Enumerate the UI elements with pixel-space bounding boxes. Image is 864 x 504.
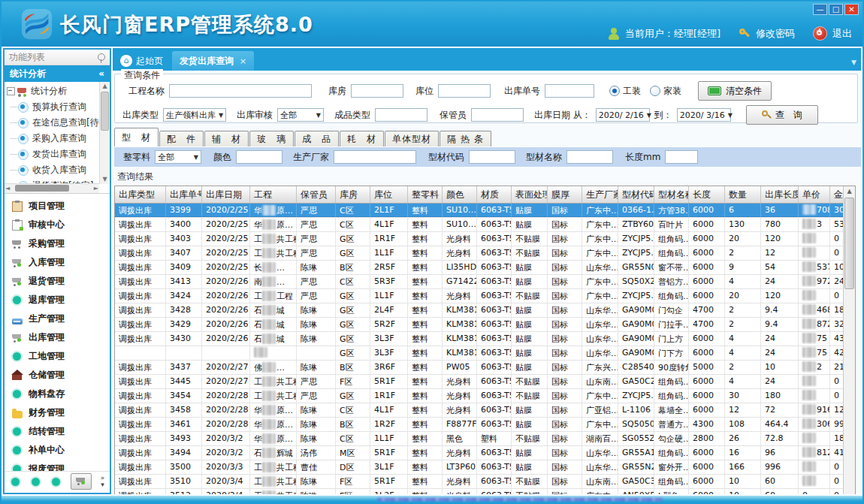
pin-icon[interactable] bbox=[98, 53, 105, 61]
menu-item-chart[interactable]: 生产管理 bbox=[5, 309, 110, 328]
grid-header-cell[interactable]: 型材名称 bbox=[654, 186, 689, 203]
material-tab[interactable]: 隔 热 条 bbox=[440, 131, 491, 146]
tab-overflow-icon[interactable]: ▼ bbox=[851, 59, 856, 66]
material-tab[interactable]: 单体型材 bbox=[385, 131, 439, 146]
table-row[interactable]: 调拨出库34942020/3/2石辉城汤伟M区5R1F整料光身料6063-T5贴… bbox=[115, 446, 855, 460]
grid-header-cell[interactable]: 材质 bbox=[477, 186, 512, 203]
grid-header-cell[interactable]: 出库类型 bbox=[115, 186, 166, 203]
table-row[interactable]: 调拨出库34452020/2/27工共工程严思F区5R1F整料光身料6063-T… bbox=[115, 375, 855, 389]
material-tab[interactable]: 型 材 bbox=[114, 128, 159, 146]
material-tab[interactable]: 辅 材 bbox=[204, 131, 249, 146]
table-row[interactable]: 调拨出库34542020/2/28工共工程严思G区1R1F整料光身料6063-T… bbox=[115, 389, 855, 403]
date-from-select[interactable]: 2020/ 2/16▼ bbox=[596, 108, 650, 122]
table-row[interactable]: 调拨出库34242020/2/26工工程严思G区1L1F整料光身料6063-T5… bbox=[115, 289, 855, 303]
menu-item-dot[interactable]: 工地管理 bbox=[5, 347, 110, 366]
dot-icon[interactable] bbox=[30, 476, 41, 487]
menu-item-cart[interactable]: 采购管理 bbox=[5, 234, 110, 253]
grid-header-cell[interactable]: 生产厂家 bbox=[582, 186, 618, 203]
material-tab[interactable]: 配 件 bbox=[159, 131, 204, 146]
tree-root[interactable]: 统计分析 bbox=[6, 83, 99, 99]
radio-jiazhuang[interactable]: 家装 bbox=[650, 85, 681, 98]
tree-item[interactable]: 发货出库查询 bbox=[6, 146, 99, 162]
scroll-right-icon[interactable]: ► bbox=[94, 184, 98, 193]
search-button[interactable]: 查 询 bbox=[746, 105, 818, 125]
warehouse-input[interactable] bbox=[351, 84, 403, 98]
menu-item-cartg[interactable]: 出库管理 bbox=[5, 328, 110, 347]
collapse-icon[interactable]: « bbox=[98, 68, 104, 79]
grid-header-cell[interactable]: 长度 bbox=[689, 186, 725, 203]
table-row[interactable]: 调拨出库34002020/2/25华原…严思C区4L1F整料SU10…6063-… bbox=[115, 218, 855, 232]
table-row[interactable]: 调拨出库35102020/3/4工共工程陈琳F区5R1F整料光身料6063-T5… bbox=[115, 475, 855, 489]
grid-header-cell[interactable]: 颜色 bbox=[443, 186, 477, 203]
tree-vscroll-thumb[interactable] bbox=[101, 92, 109, 131]
grid-header-cell[interactable]: 出库单号 bbox=[166, 186, 202, 203]
menu-item-cartg[interactable]: 退货管理 bbox=[5, 272, 110, 291]
project-name-input[interactable] bbox=[169, 84, 312, 98]
menu-item-clipboard2[interactable]: 审核中心 bbox=[5, 216, 110, 234]
scroll-up-icon[interactable]: ▲ bbox=[844, 186, 855, 197]
table-row[interactable]: 调拨出库34612020/2/28华原…陈琳B区1R2F整料F8877FT606… bbox=[115, 418, 855, 432]
sidebar-section-header[interactable]: 统计分析 « bbox=[5, 65, 110, 82]
table-row[interactable]: 调拨出库35122020/3/4工共工程陈琳F区1L2F整料光身料6063-T5… bbox=[115, 489, 855, 494]
material-tab[interactable]: 耗 材 bbox=[340, 131, 384, 146]
grid-header-cell[interactable]: 库房 bbox=[336, 186, 370, 203]
grid-header-cell[interactable]: 保管员 bbox=[297, 186, 336, 203]
grid-header-cell[interactable]: 库位 bbox=[370, 186, 408, 203]
tree-hscrollbar[interactable]: ◄ ► bbox=[5, 183, 99, 193]
table-row[interactable]: 调拨出库34932020/3/2华原…陈琳C区1L1F整料黑色塑料不贴膜国标湖南… bbox=[115, 432, 855, 446]
grid-header-cell[interactable]: 型材代码 bbox=[618, 186, 654, 203]
expand-chevrons-icon[interactable]: » ▾ bbox=[101, 475, 105, 488]
grid-vscrollbar[interactable]: ▲ ▼ bbox=[843, 186, 855, 494]
table-row[interactable]: 调拨出库35002020/3/3工共工程曹佳D区3L1F整料LT3P606063… bbox=[115, 460, 855, 475]
scroll-left-icon[interactable]: ◄ bbox=[5, 184, 10, 193]
out-type-select[interactable]: 生产领料出库▼ bbox=[163, 108, 226, 122]
radio-gongzhuang[interactable]: 工装 bbox=[609, 85, 641, 98]
menu-item-dot[interactable]: 结转管理 bbox=[5, 422, 110, 441]
menu-item-folder[interactable]: 财务管理 bbox=[5, 403, 110, 422]
tree-hscroll-thumb[interactable] bbox=[15, 185, 69, 192]
table-row[interactable]: 调拨出库34072020/2/25工共工程严思G区1L1F整料光身料6063-T… bbox=[115, 246, 855, 261]
whole-select[interactable]: 全部▼ bbox=[155, 150, 201, 164]
grid-header-cell[interactable]: 出库长度 bbox=[761, 186, 799, 203]
table-row[interactable]: 调拨出库34292020/2/26石城陈琳G区5R2F整料KLM38176063… bbox=[115, 318, 855, 332]
location-input[interactable] bbox=[438, 84, 491, 98]
tree-item[interactable]: 在途信息查询[待 bbox=[6, 115, 99, 131]
scroll-up-icon[interactable]: ▲ bbox=[100, 82, 110, 91]
change-password-link[interactable]: 修改密码 bbox=[756, 27, 795, 41]
tree-item[interactable]: 采购入库查询 bbox=[6, 131, 99, 146]
menu-item-house[interactable]: 仓储管理 bbox=[5, 366, 110, 385]
grid-header-cell[interactable]: 表面处理 bbox=[512, 186, 548, 203]
dot-icon[interactable] bbox=[10, 476, 21, 487]
material-tab[interactable]: 成 品 bbox=[295, 131, 339, 146]
table-row[interactable]: 调拨出库34302020/2/26石城陈琳G区3L3F整料KLM38176063… bbox=[115, 332, 855, 346]
menu-item-dot[interactable]: 物料盘存 bbox=[5, 385, 110, 403]
cart-button[interactable] bbox=[71, 473, 92, 490]
product-type-input[interactable] bbox=[375, 108, 427, 122]
color-input[interactable] bbox=[236, 150, 282, 164]
date-to-select[interactable]: 2020/ 3/16▼ bbox=[677, 108, 731, 122]
menu-item-clipboard[interactable]: 项目管理 bbox=[5, 197, 110, 216]
table-row[interactable]: 调拨出库34582020/2/28华原…陈琳C区4L1F整料光身料6063-T5… bbox=[115, 403, 855, 418]
menu-item-dot[interactable]: 补单中心 bbox=[5, 441, 110, 460]
audit-select[interactable]: 全部▼ bbox=[277, 108, 324, 122]
table-row[interactable]: 调拨出库34282020/2/26石城陈琳G区2L4F整料KLM38176063… bbox=[115, 303, 855, 318]
menu-item-dot[interactable]: 退库管理 bbox=[5, 291, 110, 309]
tab-active[interactable]: 发货出库查询 × bbox=[172, 51, 254, 71]
grid-header-cell[interactable]: 工程 bbox=[250, 186, 297, 203]
manufacturer-input[interactable] bbox=[334, 150, 416, 164]
table-row[interactable]: 调拨出库34092020/2/25长…陈琳B区2R5F整料LI35HD6063-… bbox=[115, 261, 855, 275]
grid-header-cell[interactable]: 整零料 bbox=[408, 186, 443, 203]
length-input[interactable] bbox=[665, 150, 698, 164]
material-tab[interactable]: 玻 璃 bbox=[249, 131, 294, 146]
logout-link[interactable]: 退出 bbox=[832, 27, 852, 41]
grid-header-cell[interactable]: 出库日期 bbox=[202, 186, 250, 203]
keeper-input[interactable] bbox=[471, 108, 524, 122]
table-row[interactable]: 调拨出库34132020/2/26南…严思C区5R3F整料G714226063-… bbox=[115, 275, 855, 289]
order-no-input[interactable] bbox=[545, 84, 594, 98]
tab-close-icon[interactable]: × bbox=[240, 56, 246, 66]
menu-item-cartg[interactable]: 入库管理 bbox=[5, 253, 110, 272]
table-row[interactable]: 调拨出库33992020/2/25华原…严思C区2L1F整料SU10…6063-… bbox=[115, 204, 855, 218]
grid-header-cell[interactable]: 单价 bbox=[799, 186, 830, 203]
close-button[interactable]: ✕ bbox=[844, 4, 859, 15]
grid-header-cell[interactable]: 膜厚 bbox=[548, 186, 582, 203]
